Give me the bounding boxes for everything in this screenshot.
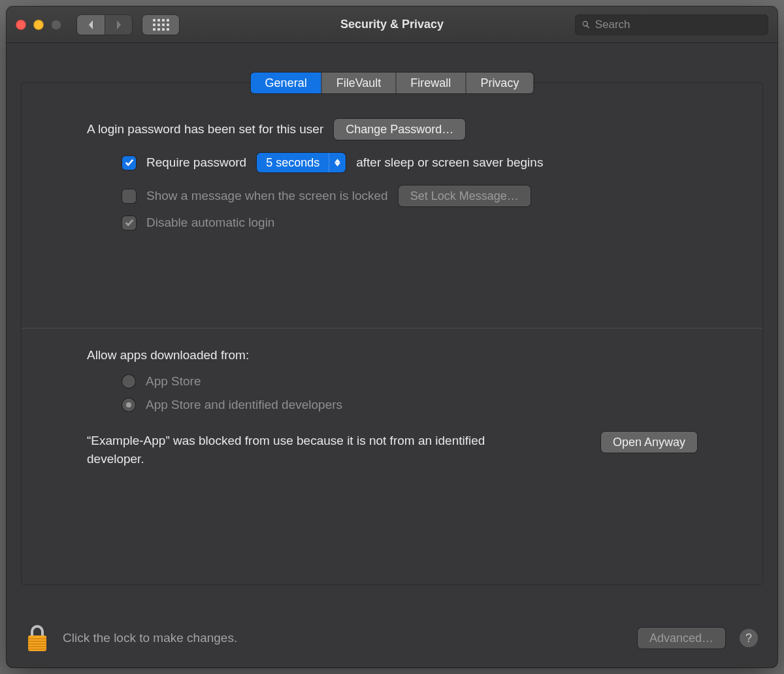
back-button[interactable] [77, 15, 105, 35]
help-button[interactable]: ? [740, 629, 758, 647]
search-field[interactable] [575, 14, 768, 35]
blocked-app-message: “Example-App” was blocked from use becau… [87, 432, 518, 468]
require-password-label: Require password [146, 155, 246, 170]
show-message-label: Show a message when the screen is locked [146, 189, 388, 203]
footer: Click the lock to make changes. Advanced… [7, 609, 777, 667]
require-password-delay-select[interactable]: 5 seconds [257, 153, 346, 172]
tab-bar: General FileVault Firewall Privacy [251, 72, 534, 93]
grid-icon [153, 19, 169, 31]
svg-rect-3 [28, 643, 46, 645]
content-area: General FileVault Firewall Privacy A log… [7, 43, 777, 609]
radio-app-store-label: App Store [146, 374, 201, 389]
search-input[interactable] [595, 18, 762, 31]
chevron-left-icon [87, 20, 95, 30]
minimize-window-button[interactable] [33, 20, 44, 30]
tab-filevault[interactable]: FileVault [321, 72, 396, 93]
svg-rect-2 [28, 641, 46, 642]
lock-hint: Click the lock to make changes. [63, 631, 237, 645]
svg-rect-4 [28, 646, 46, 647]
svg-rect-1 [28, 638, 46, 639]
tab-general[interactable]: General [251, 72, 321, 93]
check-icon [125, 218, 134, 227]
forward-button [105, 15, 132, 35]
check-icon [125, 158, 134, 167]
require-password-delay-value: 5 seconds [257, 156, 329, 170]
radio-app-store [122, 375, 135, 388]
window-controls [16, 20, 61, 30]
show-all-button[interactable] [142, 15, 179, 35]
divider [22, 328, 762, 329]
allow-apps-heading: Allow apps downloaded from: [87, 348, 249, 362]
close-window-button[interactable] [16, 20, 26, 30]
window: Security & Privacy General FileVault Fir… [7, 7, 777, 667]
advanced-button: Advanced… [638, 628, 725, 649]
login-password-label: A login password has been set for this u… [87, 122, 323, 136]
show-message-checkbox [122, 189, 136, 203]
tab-firewall[interactable]: Firewall [395, 72, 465, 93]
tab-privacy[interactable]: Privacy [465, 72, 533, 93]
disable-auto-login-checkbox [122, 216, 136, 230]
radio-identified-developers-label: App Store and identified developers [146, 398, 342, 412]
after-sleep-label: after sleep or screen saver begins [356, 155, 543, 170]
require-password-checkbox[interactable] [122, 156, 136, 170]
open-anyway-button[interactable]: Open Anyway [601, 432, 697, 453]
search-icon [581, 19, 591, 30]
set-lock-message-button: Set Lock Message… [399, 185, 531, 206]
disable-auto-login-label: Disable automatic login [146, 216, 274, 230]
radio-identified-developers [122, 398, 135, 411]
titlebar: Security & Privacy [7, 7, 777, 43]
change-password-button[interactable]: Change Password… [334, 119, 465, 140]
chevron-right-icon [115, 20, 123, 30]
zoom-window-button [51, 20, 61, 30]
nav-segment [77, 15, 132, 35]
stepper-icon [329, 153, 346, 172]
lock-icon[interactable] [26, 624, 48, 652]
settings-panel: General FileVault Firewall Privacy A log… [21, 82, 763, 585]
svg-rect-5 [28, 649, 46, 650]
